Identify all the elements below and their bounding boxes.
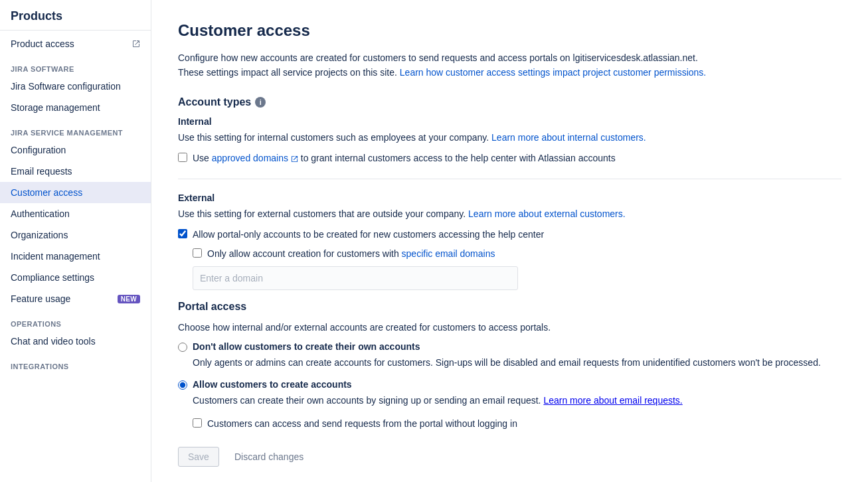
intro-link[interactable]: Learn how customer access settings impac… [400, 67, 706, 78]
external-learn-link[interactable]: Learn more about external customers. [468, 208, 626, 219]
approved-domains-checkbox[interactable] [178, 153, 187, 162]
account-types-section-title: Account types i [178, 96, 841, 108]
sidebar-item-customer-access[interactable]: Customer access [0, 182, 151, 203]
allow-desc-pre: Customers can create their own accounts … [193, 395, 543, 406]
external-title: External [178, 193, 841, 203]
sidebar-item-feature-usage[interactable]: Feature usage NEW [0, 288, 151, 309]
specific-domains-label[interactable]: Only allow account creation for customer… [207, 247, 495, 261]
approved-domains-label[interactable]: Use approved domains to grant internal c… [193, 151, 616, 165]
sidebar-item-email-requests[interactable]: Email requests [0, 161, 151, 182]
sidebar-item-label: Organizations [11, 230, 140, 240]
allow-portal-row: Allow portal-only accounts to be created… [178, 228, 841, 242]
page-title: Customer access [178, 21, 841, 40]
allow-radio-desc: Customers can create their own accounts … [193, 394, 841, 408]
sidebar-item-label: Storage management [11, 102, 140, 113]
domain-input[interactable] [193, 266, 518, 290]
allow-radio[interactable] [178, 380, 187, 390]
portal-access-title: Portal access [178, 301, 841, 313]
internal-desc-pre: Use this setting for internal customers … [178, 132, 491, 143]
intro-text: Configure how new accounts are created f… [178, 50, 841, 80]
portal-access-desc: Choose how internal and/or external acco… [178, 321, 841, 335]
sidebar-item-organizations[interactable]: Organizations [0, 224, 151, 246]
approved-domains-row: Use approved domains to grant internal c… [178, 151, 841, 165]
sidebar-item-chat-video[interactable]: Chat and video tools [0, 331, 151, 352]
approved-domains-link: approved domains [212, 153, 298, 163]
intro-line1: Configure how new accounts are created f… [178, 52, 698, 63]
external-link-icon [132, 40, 140, 48]
sidebar-item-label: Chat and video tools [11, 336, 140, 347]
sidebar-item-authentication[interactable]: Authentication [0, 203, 151, 224]
dont-allow-radio[interactable] [178, 343, 187, 352]
sidebar-item-storage-management[interactable]: Storage management [0, 97, 151, 118]
external-desc: Use this setting for external customers … [178, 207, 841, 221]
allow-desc-link[interactable]: Learn more about email requests. [543, 395, 682, 406]
divider-internal-external [178, 179, 841, 179]
dont-allow-label[interactable]: Don't allow customers to create their ow… [193, 341, 420, 352]
dont-allow-radio-row: Don't allow customers to create their ow… [178, 341, 841, 352]
sidebar-item-label: Jira Software configuration [11, 81, 140, 92]
allow-radio-row: Allow customers to create accounts [178, 379, 841, 390]
products-heading: Products [0, 0, 151, 31]
button-row: Save Discard changes [178, 447, 841, 467]
specific-domains-checkbox[interactable] [193, 248, 202, 258]
sidebar-item-incident-management[interactable]: Incident management [0, 246, 151, 267]
sidebar-item-label: Feature usage [11, 293, 114, 304]
save-button[interactable]: Save [178, 447, 219, 467]
internal-title: Internal [178, 116, 841, 127]
jira-software-section-header: JIRA SOFTWARE [0, 54, 151, 76]
account-types-label: Account types [178, 96, 251, 108]
sidebar-item-configuration[interactable]: Configuration [0, 139, 151, 161]
internal-desc: Use this setting for internal customers … [178, 131, 841, 145]
sidebar-item-label: Email requests [11, 166, 140, 177]
sidebar-item-compliance-settings[interactable]: Compliance settings [0, 267, 151, 288]
discard-button[interactable]: Discard changes [224, 447, 313, 467]
external-desc-pre: Use this setting for external customers … [178, 208, 468, 219]
allow-portal-checkbox[interactable] [178, 229, 187, 238]
info-icon[interactable]: i [255, 97, 266, 108]
operations-section-header: OPERATIONS [0, 309, 151, 331]
main-content: Customer access Configure how new accoun… [151, 0, 868, 482]
sidebar-item-label: Configuration [11, 145, 140, 155]
sidebar-item-label: Incident management [11, 251, 140, 262]
portal-no-login-checkbox[interactable] [193, 418, 202, 428]
sidebar-item-product-access[interactable]: Product access [0, 33, 151, 54]
portal-no-login-row: Customers can access and send requests f… [193, 417, 841, 431]
sidebar-item-label: Customer access [11, 187, 140, 198]
portal-access-label: Portal access [178, 301, 246, 313]
portal-no-login-label[interactable]: Customers can access and send requests f… [207, 417, 517, 431]
sidebar-item-label: Authentication [11, 208, 140, 219]
intro-line2-pre: These settings impact all service projec… [178, 67, 400, 78]
dont-allow-desc: Only agents or admins can create account… [193, 356, 841, 370]
integrations-section-header: INTEGRATIONS [0, 352, 151, 373]
specific-domains-row: Only allow account creation for customer… [193, 247, 841, 261]
new-badge: NEW [118, 295, 140, 303]
allow-portal-label[interactable]: Allow portal-only accounts to be created… [193, 228, 544, 242]
jira-service-section-header: JIRA SERVICE MANAGEMENT [0, 118, 151, 139]
sidebar-item-jira-software-config[interactable]: Jira Software configuration [0, 76, 151, 97]
allow-label[interactable]: Allow customers to create accounts [193, 379, 352, 390]
sidebar: Products Product access JIRA SOFTWARE Ji… [0, 0, 151, 482]
internal-learn-link[interactable]: Learn more about internal customers. [491, 132, 646, 143]
sidebar-item-label: Compliance settings [11, 272, 140, 283]
sidebar-item-label: Product access [11, 39, 130, 49]
